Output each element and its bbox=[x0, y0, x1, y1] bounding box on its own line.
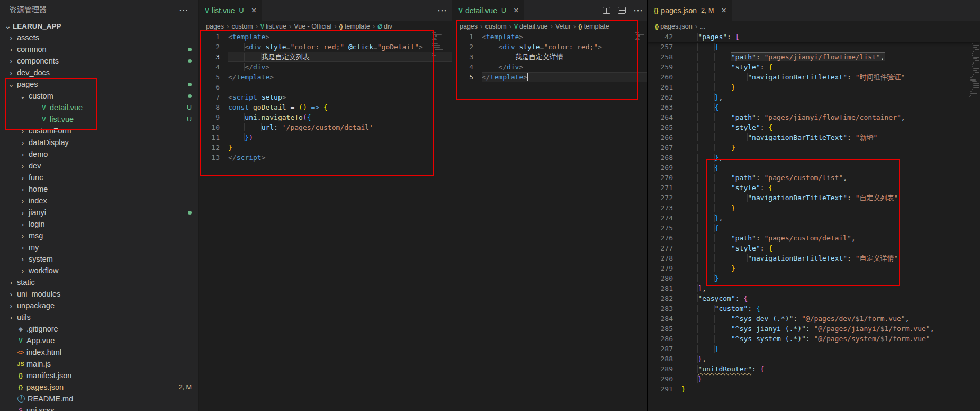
code-line: 285 "^sys-jianyi-(.*)": "@/pages/jianyi/… bbox=[648, 324, 980, 334]
folder-item-pages[interactable]: ⌄pages bbox=[0, 78, 198, 90]
close-icon[interactable]: × bbox=[251, 6, 256, 15]
vue-file-icon: V bbox=[39, 105, 49, 111]
folder-item-home[interactable]: ›home bbox=[0, 183, 198, 195]
breadcrumb-item[interactable]: Vetur bbox=[555, 23, 571, 30]
folder-item-system[interactable]: ›system bbox=[0, 253, 198, 265]
breadcrumb-item[interactable]: Vdetail.vue bbox=[514, 23, 548, 30]
code-line: 5</template> bbox=[199, 72, 452, 82]
folder-item-static[interactable]: ›static bbox=[0, 276, 198, 288]
breadcrumb-item[interactable]: ... bbox=[700, 23, 705, 30]
breadcrumb-item[interactable]: ∅div bbox=[377, 23, 392, 30]
tab-detail.vue[interactable]: Vdetail.vueU× bbox=[452, 0, 524, 21]
chevron-right-icon: › bbox=[18, 198, 28, 204]
code-line: 4 </div> bbox=[199, 62, 452, 72]
tree-item-label: unpackage bbox=[17, 301, 55, 310]
code-area[interactable]: 42 "pages": [257 {258 "path": "pages/jia… bbox=[648, 32, 980, 411]
file-item-index.html[interactable]: <>index.html bbox=[0, 346, 198, 358]
chevron-right-icon: › bbox=[18, 221, 28, 228]
file-item-.gitignore[interactable]: ◆.gitignore bbox=[0, 323, 198, 335]
breadcrumb-item[interactable]: {}template bbox=[339, 23, 370, 30]
file-item-main.js[interactable]: JSmain.js bbox=[0, 358, 198, 370]
tree-item-label: demo bbox=[29, 150, 48, 158]
breadcrumb-item[interactable]: Vlist.vue bbox=[260, 23, 286, 30]
folder-item-uni_modules[interactable]: ›uni_modules bbox=[0, 288, 198, 300]
line-number: 273 bbox=[648, 203, 681, 213]
breadcrumb-item[interactable]: pages bbox=[206, 23, 224, 30]
folder-item-components[interactable]: ›components bbox=[0, 55, 198, 67]
minimap[interactable] bbox=[432, 32, 445, 411]
file-item-uni.scss[interactable]: Suni.scss bbox=[0, 405, 198, 411]
file-item-detail.vue[interactable]: Vdetail.vueU bbox=[0, 102, 198, 113]
line-number: 257 bbox=[648, 42, 681, 52]
code-area[interactable]: 1<template>2 <div style="color: red;" @c… bbox=[199, 32, 452, 411]
breadcrumb-item[interactable]: {}pages.json bbox=[655, 23, 693, 30]
folder-item-workflow[interactable]: ›workflow bbox=[0, 265, 198, 276]
template-symbol-icon: {} bbox=[339, 23, 343, 30]
breadcrumb-item[interactable]: {}template bbox=[578, 23, 609, 30]
breadcrumb-label: pages bbox=[460, 23, 478, 30]
explorer-more-actions-icon[interactable]: ⋯ bbox=[179, 5, 188, 16]
chevron-right-icon: › bbox=[18, 186, 28, 193]
folder-item-dataDisplay[interactable]: ›dataDisplay bbox=[0, 137, 198, 148]
file-item-pages.json[interactable]: {}pages.json2, M bbox=[0, 381, 198, 393]
file-item-App.vue[interactable]: VApp.vue bbox=[0, 335, 198, 346]
code-line: 2 <div style="color: red;"> bbox=[452, 42, 648, 52]
code-line: 3 我是自定义列表 bbox=[199, 52, 452, 62]
folder-item-utils[interactable]: ›utils bbox=[0, 311, 198, 323]
line-number: 260 bbox=[648, 72, 681, 82]
file-item-list.vue[interactable]: Vlist.vueU bbox=[0, 113, 198, 125]
breadcrumb-item[interactable]: custom bbox=[231, 23, 253, 30]
project-root-row[interactable]: ⌄ LEARUN_APP bbox=[0, 20, 198, 32]
chevron-down-icon: ⌄ bbox=[18, 93, 28, 100]
code-area[interactable]: 1<template>2 <div style="color: red;">3 … bbox=[452, 32, 648, 411]
template-symbol-icon: {} bbox=[578, 23, 581, 30]
chevron-right-icon: › bbox=[6, 69, 16, 76]
close-icon[interactable]: × bbox=[514, 6, 518, 15]
file-item-README.md[interactable]: iREADME.md bbox=[0, 393, 198, 405]
minimap[interactable] bbox=[635, 32, 644, 411]
folder-item-jianyi[interactable]: ›jianyi bbox=[0, 207, 198, 218]
breadcrumb-label: div bbox=[384, 23, 392, 30]
split-editor-icon[interactable] bbox=[603, 7, 610, 14]
line-number: 290 bbox=[648, 374, 681, 384]
more-actions-icon[interactable]: ⋯ bbox=[633, 5, 643, 16]
editor-layout-icon[interactable] bbox=[618, 7, 626, 14]
tab-bar: {}pages.json2, M× bbox=[648, 0, 980, 21]
breadcrumb-label: list.vue bbox=[266, 23, 286, 30]
breadcrumb-item[interactable]: custom bbox=[485, 23, 506, 30]
folder-item-customForm[interactable]: ›customForm bbox=[0, 125, 198, 137]
js-file-icon: JS bbox=[16, 361, 25, 367]
tree-item-label: dev_docs bbox=[17, 68, 50, 77]
folder-item-login[interactable]: ›login bbox=[0, 218, 198, 230]
code-line: 264 "path": "pages/jianyi/flowTime/conta… bbox=[648, 112, 980, 122]
more-actions-icon[interactable]: ⋯ bbox=[437, 5, 447, 16]
md-file-icon: i bbox=[17, 395, 25, 403]
tab-list.vue[interactable]: Vlist.vueU× bbox=[199, 0, 262, 21]
folder-item-demo[interactable]: ›demo bbox=[0, 148, 198, 160]
breadcrumb-item[interactable]: Vue - Official bbox=[294, 23, 331, 30]
folder-item-func[interactable]: ›func bbox=[0, 172, 198, 183]
chevron-right-icon: › bbox=[18, 139, 28, 146]
tab-pages.json[interactable]: {}pages.json2, M× bbox=[648, 0, 732, 21]
folder-item-unpackage[interactable]: ›unpackage bbox=[0, 300, 198, 311]
line-number: 291 bbox=[648, 384, 681, 394]
folder-item-index[interactable]: ›index bbox=[0, 195, 198, 207]
code-line: 274 }, bbox=[648, 213, 980, 223]
close-icon[interactable]: × bbox=[721, 6, 726, 15]
breadcrumb-item[interactable]: pages bbox=[460, 23, 478, 30]
breadcrumbs: pages›custom›Vdetail.vue›Vetur›{}templat… bbox=[452, 21, 648, 32]
folder-item-dev_docs[interactable]: ›dev_docs bbox=[0, 67, 198, 78]
folder-item-common[interactable]: ›common bbox=[0, 43, 198, 55]
tree-item-label: detail.vue bbox=[50, 103, 83, 112]
folder-item-custom[interactable]: ⌄custom bbox=[0, 90, 198, 102]
file-item-manifest.json[interactable]: {}manifest.json bbox=[0, 370, 198, 381]
folder-item-dev[interactable]: ›dev bbox=[0, 160, 198, 172]
minimap[interactable] bbox=[969, 32, 979, 411]
folder-item-msg[interactable]: ›msg bbox=[0, 230, 198, 242]
breadcrumb-separator-icon: › bbox=[227, 22, 229, 30]
folder-item-assets[interactable]: ›assets bbox=[0, 32, 198, 43]
line-number: 283 bbox=[648, 303, 681, 314]
line-number: 266 bbox=[648, 132, 681, 142]
folder-item-my[interactable]: ›my bbox=[0, 242, 198, 253]
line-number: 278 bbox=[648, 253, 681, 263]
